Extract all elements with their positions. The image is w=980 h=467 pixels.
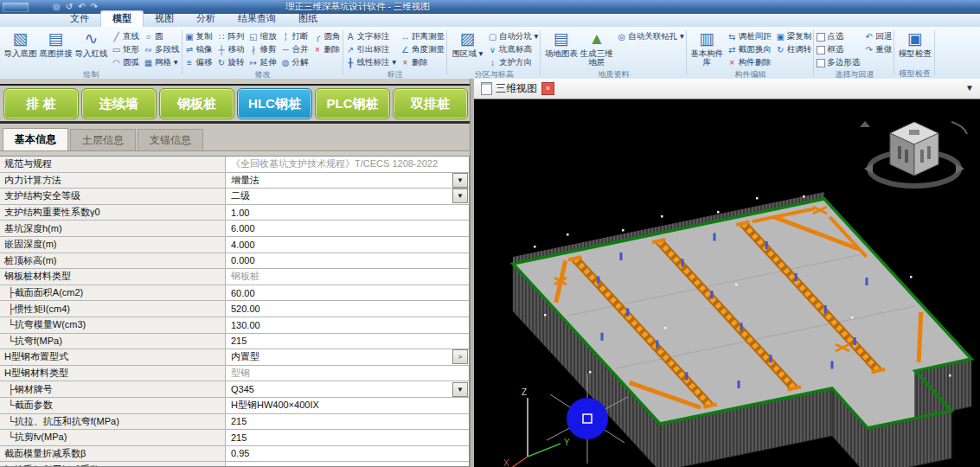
ribbon-small-button[interactable]: ∾ 多段线 <box>144 43 180 56</box>
tool-label: 线性标注 ▾ <box>357 57 396 68</box>
ribbon-small-button[interactable]: ┼ 移动 <box>217 43 245 56</box>
view-cube[interactable] <box>860 121 967 186</box>
ribbon-small-button[interactable]: ▣ 复制 <box>185 30 213 43</box>
property-value[interactable]: 6.000 <box>226 221 469 236</box>
info-tab[interactable]: 基本信息 <box>3 128 68 150</box>
ribbon-small-button[interactable]: ▦ 网格 ▾ <box>144 56 180 69</box>
ribbon-small-button[interactable]: 框选 <box>817 43 860 56</box>
value-control-button[interactable]: ▼ <box>452 189 468 203</box>
menu-item[interactable]: 结果查询 <box>227 11 287 27</box>
pile-type-tab[interactable]: PLC钢桩 <box>315 88 390 119</box>
property-value[interactable]: H型钢HW400×400IX <box>226 398 469 413</box>
property-value[interactable]: 215 <box>226 334 469 349</box>
ribbon-small-button[interactable]: ╂ 线性标注 ▾ <box>346 56 396 69</box>
value-control-button[interactable]: ▼ <box>452 382 468 397</box>
info-tab[interactable]: 土层信息 <box>70 129 136 150</box>
property-value[interactable]: 4.000 <box>226 237 469 253</box>
pile-type-tab[interactable]: 排 桩 <box>3 88 79 119</box>
ribbon-small-button[interactable]: ∠ 角度测量 <box>400 43 445 56</box>
property-value[interactable]: Q345▼ <box>226 381 469 397</box>
ribbon-small-button[interactable]: ○ 圆 <box>144 30 180 43</box>
ribbon-small-button[interactable]: ▣ 梁复制 <box>776 30 812 43</box>
ribbon-small-button[interactable]: × 删除 <box>313 43 341 56</box>
tab-list-dropdown-icon[interactable]: ▼ <box>965 83 974 93</box>
ribbon-small-button[interactable]: 多边形选 <box>817 56 860 69</box>
ribbon-big-button[interactable]: ∿ 导入红线 <box>74 29 109 58</box>
pile-type-tab[interactable]: 双排桩 <box>393 88 468 119</box>
ribbon-big-button[interactable]: ▲ 生成三维地层 <box>579 29 614 67</box>
pile-type-tab[interactable]: 钢板桩 <box>159 88 234 119</box>
property-value[interactable]: 增量法▼ <box>226 173 469 189</box>
property-value[interactable]: 0.000 <box>226 253 469 269</box>
menu-item[interactable]: 模型 <box>100 10 144 27</box>
ribbon-small-button[interactable]: ↷ 重做 <box>864 43 892 56</box>
value-control-button[interactable]: > <box>452 349 468 364</box>
ribbon-small-button[interactable]: ◎ 自动关联钻孔 ▾ <box>617 30 683 43</box>
close-icon[interactable]: × <box>541 82 554 95</box>
property-value[interactable]: 215 <box>226 430 469 445</box>
info-tab[interactable]: 支锚信息 <box>138 129 203 150</box>
ribbon-small-button[interactable]: ▢ 自动分坑 ▾ <box>488 30 538 43</box>
document-icon <box>481 82 492 95</box>
ribbon-small-button[interactable]: ∤ 修剪 <box>249 43 277 56</box>
ribbon-small-button[interactable]: ◍ 分解 <box>281 56 309 69</box>
ribbon-big-button[interactable]: ▤ 场地图表 <box>543 29 579 67</box>
ribbon-small-button[interactable]: ↶ 回退 <box>864 30 892 43</box>
3d-model-canvas[interactable]: Z Y X <box>474 99 980 467</box>
property-value[interactable]: 二级▼ <box>226 189 469 204</box>
ribbon-big-button[interactable]: ▧ 导入底图 <box>3 29 38 58</box>
ribbon-small-button[interactable]: ∷ 阵列 <box>217 30 245 43</box>
menu-item[interactable]: 文件 <box>59 11 100 27</box>
ribbon-small-button[interactable]: ↦ 延伸 <box>249 56 277 69</box>
menu-item[interactable]: 视图 <box>144 11 185 27</box>
ribbon-big-button[interactable]: ▣ 模型检查 <box>897 29 932 58</box>
ribbon-small-button[interactable]: ▭ 矩形 <box>112 43 139 56</box>
ribbon-small-button[interactable]: × 删除 <box>400 56 445 69</box>
property-value[interactable]: 《全回收基坑支护技术规程》T/CECS 1208-2022 <box>226 157 469 172</box>
view-tab-3d[interactable]: 三维视图 × <box>481 81 554 96</box>
property-value[interactable]: 0.95 <box>226 446 469 462</box>
pile-type-tab[interactable]: 连续墙 <box>81 88 157 119</box>
ribbon-small-button[interactable]: ◠ 圆弧 <box>112 56 139 69</box>
ribbon-small-button[interactable]: ╎ 打断 <box>281 30 309 43</box>
ribbon-small-button[interactable]: × 构件删除 <box>727 56 772 69</box>
ribbon-small-button[interactable]: ↻ 柱调转 <box>776 43 812 56</box>
tool-label: 打断 <box>292 31 309 42</box>
ribbon-small-button[interactable]: ≡ 偏移 <box>185 56 213 69</box>
ribbon-small-button[interactable]: ↔ 距离测量 <box>400 30 445 43</box>
property-value[interactable]: 型钢 <box>226 366 469 381</box>
ribbon-small-button[interactable]: ∨ 坑底标高 <box>488 43 538 56</box>
tool-icon: A <box>346 32 355 42</box>
ribbon-small-button[interactable]: ◱ 缩放 <box>249 30 277 43</box>
3d-viewport[interactable]: Z Y X <box>474 99 980 467</box>
ribbon-small-button[interactable]: ╱ 直线 <box>112 30 139 43</box>
ribbon-big-button[interactable]: ▥ 基本构件库 <box>689 29 725 67</box>
ribbon-small-button[interactable]: ↻ 旋转 <box>217 56 245 69</box>
ribbon-small-button[interactable]: ⇆ 调桩间距 <box>727 30 772 43</box>
ribbon-small-button[interactable]: ↗ 引出标注 <box>346 43 396 56</box>
menu-item[interactable]: 图纸 <box>287 11 329 27</box>
tool-icon: ↔ <box>400 32 410 42</box>
value-control-button[interactable]: ▼ <box>452 173 468 188</box>
property-value[interactable]: 520.00 <box>226 301 469 317</box>
ribbon-big-button[interactable]: ▤ 底图拼接 <box>38 29 74 58</box>
ribbon-small-button[interactable]: ⇌ 镜像 <box>185 43 213 56</box>
property-value[interactable]: 1.00 <box>226 205 469 221</box>
property-value[interactable]: 130.00 <box>226 317 469 333</box>
property-value[interactable]: 内置型> <box>226 349 469 365</box>
ribbon-small-button[interactable]: ╭ 圆角 <box>313 30 341 43</box>
menu-item[interactable]: 分析 <box>185 11 227 27</box>
property-value[interactable]: 215 <box>226 414 469 430</box>
property-value[interactable]: 钢板桩 <box>226 269 469 285</box>
tool-icon: ▤ <box>554 29 569 49</box>
ribbon-small-button[interactable]: ⇄ 截面换向 <box>727 43 772 56</box>
pile-type-tab[interactable]: HLC钢桩 <box>237 88 312 119</box>
property-value[interactable]: 0.95 <box>226 462 469 467</box>
tool-label: 延伸 <box>260 57 277 68</box>
ribbon-small-button[interactable]: ↕ 支护方向 <box>488 56 538 69</box>
ribbon-small-button[interactable]: 点选 <box>817 30 860 43</box>
property-value[interactable]: 60.00 <box>226 285 469 301</box>
ribbon-small-button[interactable]: A 文字标注 <box>346 30 396 43</box>
ribbon-big-button[interactable]: ▨ 围区域 ▾ <box>450 29 485 58</box>
ribbon-small-button[interactable]: ─ 合并 <box>281 43 309 56</box>
